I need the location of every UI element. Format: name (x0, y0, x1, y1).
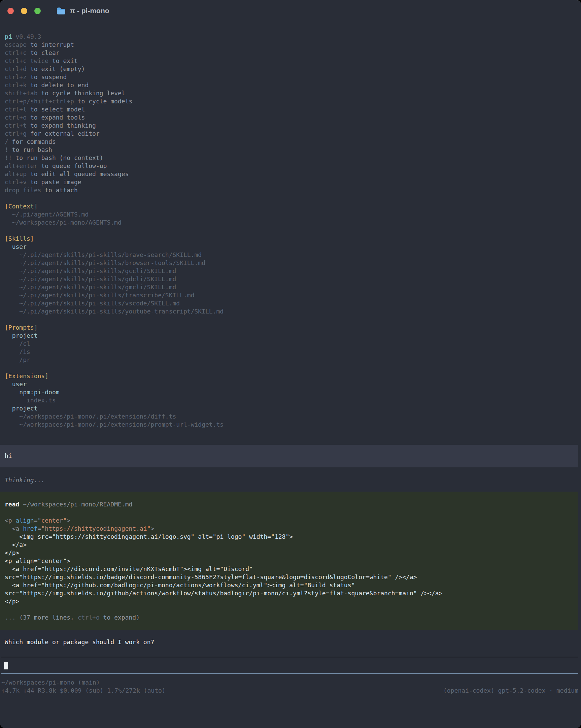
shortcut-line: ctrl+d to exit (empty) (0, 65, 581, 73)
titlebar: π - pi-mono (0, 0, 581, 21)
shortcut-keys: escape (5, 41, 27, 48)
tool-output: <p align="center"> <a href="https://shit… (0, 509, 578, 622)
prompt-name: /is (19, 348, 30, 355)
status-bar: ~/workspaces/pi-mono (main) ↑4.7k ↓44 R3… (0, 678, 581, 695)
tool-call-block: read ~/workspaces/pi-mono/README.md <p a… (0, 492, 578, 630)
prompts-row: /cl (0, 340, 581, 348)
terminal-content: pi v0.49.3 escape to interruptctrl+c to … (0, 21, 581, 695)
shortcut-action: to edit all queued messages (30, 171, 129, 178)
skills-row: ~/.pi/agent/skills/pi-skills/gdcli/SKILL… (0, 275, 581, 283)
minimize-button[interactable] (21, 8, 27, 14)
shortcut-keys: ctrl+v (5, 179, 27, 185)
context-section: [Context] ~/.pi/agent/AGENTS.md~/workspa… (0, 202, 581, 227)
shortcut-keys: !! (5, 154, 12, 161)
file-path: ~/.pi/agent/skills/pi-skills/youtube-tra… (19, 308, 223, 315)
file-path: ~/.pi/agent/skills/pi-skills/brave-searc… (19, 251, 202, 258)
context-file: ~/workspaces/pi-mono/AGENTS.md (0, 218, 581, 227)
code-line: <a href="https://github.com/badlogic/pi-… (0, 581, 578, 589)
status-usage: ↑4.7k ↓44 R3.8k $0.009 (sub) 1.7%/272k (… (1, 686, 166, 695)
skills-file-list: user~/.pi/agent/skills/pi-skills/brave-s… (0, 243, 581, 315)
text-cursor (4, 662, 8, 669)
context-header: [Context] (0, 202, 581, 210)
extension-name: project (12, 405, 38, 412)
close-button[interactable] (7, 8, 14, 14)
shortcut-line: ctrl+k to delete to end (0, 81, 581, 89)
shortcut-action: to run bash (12, 146, 52, 153)
shortcut-line: ctrl+t to expand thinking (0, 122, 581, 130)
file-path: ~/workspaces/pi-mono/AGENTS.md (12, 219, 122, 226)
skills-row: ~/.pi/agent/skills/pi-skills/gmcli/SKILL… (0, 283, 581, 291)
status-metrics-row: ↑4.7k ↓44 R3.8k $0.009 (sub) 1.7%/272k (… (0, 686, 581, 695)
code-line: <a href="https://discord.com/invite/nKXT… (0, 565, 578, 573)
shortcut-keys: / (5, 138, 8, 145)
shortcut-keys: alt+enter (5, 162, 38, 170)
shortcut-keys: ctrl+l (5, 106, 27, 113)
shortcut-line: escape to interrupt (0, 41, 581, 49)
shortcut-keys: ctrl+t (5, 122, 27, 129)
shortcut-action: to exit (empty) (30, 65, 85, 72)
skills-row: ~/.pi/agent/skills/pi-skills/vscode/SKIL… (0, 300, 581, 307)
maximize-button[interactable] (34, 8, 41, 14)
extension-name: ~/workspaces/pi-mono/.pi/extensions/prom… (19, 421, 223, 428)
app-version: v0.49.3 (16, 33, 42, 40)
status-model: (openai-codex) gpt-5.2-codex · medium (443, 686, 578, 695)
shortcut-keys: ctrl+g (5, 130, 27, 137)
code-line: src="https://img.shields.io/github/actio… (0, 589, 578, 597)
skills-row: ~/.pi/agent/skills/pi-skills/transcribe/… (0, 291, 581, 300)
shortcut-action: to delete to end (30, 81, 88, 88)
prompts-section: [Prompts] project/cl/is/pr (0, 323, 581, 364)
shortcut-list: escape to interruptctrl+c to clearctrl+c… (0, 41, 581, 194)
code-line (0, 509, 578, 517)
extensions-row: ~/workspaces/pi-mono/.pi/extensions/prom… (0, 421, 581, 428)
code-line: </p> (0, 549, 578, 557)
shortcut-keys: ctrl+z (5, 73, 27, 80)
code-line: ... (37 more lines, ctrl+o to expand) (0, 614, 578, 622)
extensions-row: ~/workspaces/pi-mono/.pi/extensions/diff… (0, 413, 581, 421)
shortcut-line: shift+tab to cycle thinking level (0, 89, 581, 97)
tool-call-header: read ~/workspaces/pi-mono/README.md (0, 500, 578, 509)
skills-header: [Skills] (0, 235, 581, 243)
app-version-line: pi v0.49.3 (0, 33, 581, 41)
shortcut-keys: ctrl+c twice (5, 57, 49, 64)
shortcut-action: to expand tools (30, 114, 85, 121)
skills-section: [Skills] user~/.pi/agent/skills/pi-skill… (0, 235, 581, 315)
status-cwd: ~/workspaces/pi-mono (main) (0, 678, 581, 686)
shortcut-keys: ctrl+o (5, 114, 27, 121)
shortcut-action: to exit (52, 57, 78, 64)
tool-arg: ~/workspaces/pi-mono/README.md (23, 501, 132, 508)
shortcut-line: ctrl+v to paste image (0, 178, 581, 186)
shortcut-line: ctrl+c twice to exit (0, 57, 581, 65)
shortcut-line: !! to run bash (no context) (0, 154, 581, 162)
extensions-row: project (0, 405, 581, 413)
prompts-header: [Prompts] (0, 323, 581, 332)
file-path: user (12, 243, 27, 250)
prompt-name: /pr (19, 356, 30, 363)
shortcut-line: ctrl+z to suspend (0, 73, 581, 81)
thinking-indicator: Thinking... (0, 476, 581, 484)
shortcut-keys: shift+tab (5, 89, 38, 97)
shortcut-action: for external editor (30, 130, 100, 137)
user-message-text: hi (0, 452, 578, 460)
window-title: π - pi-mono (70, 7, 109, 15)
code-line: <p align="center"> (0, 557, 578, 565)
shortcut-action: to suspend (30, 73, 67, 80)
app-name: pi (5, 33, 12, 40)
prompt-input[interactable] (1, 657, 578, 674)
skills-row: ~/.pi/agent/skills/pi-skills/browser-too… (0, 259, 581, 267)
shortcut-line: alt+up to edit all queued messages (0, 170, 581, 178)
skills-row: user (0, 243, 581, 251)
shortcut-action: to paste image (30, 179, 81, 185)
prompt-name: /cl (19, 340, 30, 347)
file-path: ~/.pi/agent/skills/pi-skills/gdcli/SKILL… (19, 276, 176, 283)
extension-name: index.ts (27, 397, 56, 404)
shortcut-keys: drop files (5, 186, 41, 193)
extensions-header: [Extensions] (0, 372, 581, 380)
context-file-list: ~/.pi/agent/AGENTS.md~/workspaces/pi-mon… (0, 210, 581, 227)
code-line: </a> (0, 541, 578, 549)
shortcut-action: to interrupt (30, 41, 74, 48)
extensions-list: usernpm:pi-doomindex.tsproject~/workspac… (0, 380, 581, 428)
extensions-section: [Extensions] usernpm:pi-doomindex.tsproj… (0, 372, 581, 428)
extension-name: user (12, 381, 27, 388)
file-path: ~/.pi/agent/skills/pi-skills/gccli/SKILL… (19, 267, 176, 275)
file-path: ~/.pi/agent/skills/pi-skills/transcribe/… (19, 292, 194, 299)
